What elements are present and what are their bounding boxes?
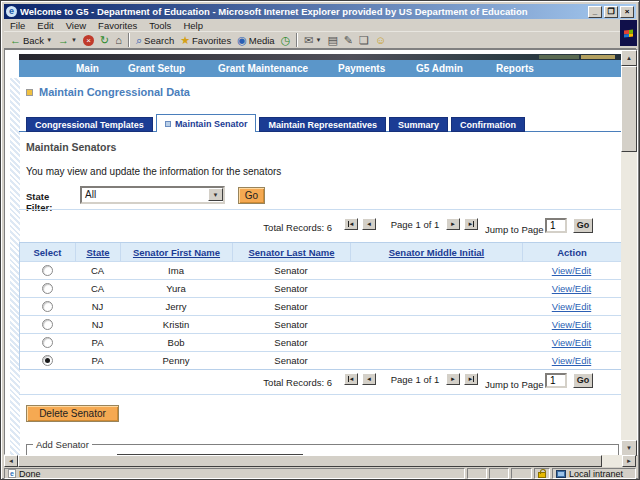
jump-to-page-input[interactable]	[545, 218, 567, 233]
delete-senator-button[interactable]: Delete Senator	[26, 405, 119, 422]
row-radio-button[interactable]	[42, 319, 53, 330]
last-page-button[interactable]: ►	[464, 373, 478, 385]
cell-middle-initial	[350, 280, 522, 297]
status-bar: e Done Local intranet	[4, 467, 636, 479]
vertical-scroll-thumb[interactable]	[621, 66, 637, 152]
state-filter-select[interactable]: All ▼	[80, 186, 225, 204]
forward-button[interactable]: →▼	[55, 33, 80, 48]
tab-maintain-representatives[interactable]: Maintain Representatives	[259, 117, 386, 132]
scroll-down-icon[interactable]: ▼	[621, 440, 637, 456]
row-radio-button[interactable]	[42, 283, 53, 294]
scroll-up-icon[interactable]: ▲	[621, 50, 637, 66]
first-page-button[interactable]: ◄	[344, 218, 358, 230]
row-radio-button[interactable]	[42, 337, 53, 348]
mail-button[interactable]: ✉▼	[301, 33, 324, 48]
nav-grant-setup[interactable]: Grant Setup	[128, 63, 185, 74]
view-edit-link[interactable]: View/Edit	[552, 301, 591, 312]
total-records-label: Total Records: 6	[202, 377, 332, 388]
print-icon: ▤	[327, 34, 337, 47]
cell-middle-initial	[350, 316, 522, 333]
menu-file[interactable]: File	[4, 20, 31, 31]
status-pane-empty	[511, 468, 532, 479]
column-header-state[interactable]: State	[75, 243, 120, 261]
intranet-zone-icon	[556, 470, 566, 478]
view-edit-link[interactable]: View/Edit	[552, 355, 591, 366]
pagination-top: Total Records: 6◄◄Page 1 of 1►►Jump to P…	[5, 215, 623, 237]
restore-button[interactable]: ❐	[604, 6, 618, 18]
browser-window: e Welcome to G5 - Department of Educatio…	[0, 0, 640, 480]
pager-go-button[interactable]: Go	[573, 373, 593, 388]
prev-page-button[interactable]: ◄	[362, 218, 376, 230]
jump-to-page-input[interactable]	[545, 373, 567, 388]
scroll-right-icon[interactable]: ►	[622, 455, 636, 467]
menu-view[interactable]: View	[60, 20, 92, 31]
first-page-button[interactable]: ◄	[344, 373, 358, 385]
edit-button[interactable]: ✎	[341, 33, 356, 48]
stop-icon: ×	[83, 35, 94, 46]
menu-help[interactable]: Help	[177, 20, 209, 31]
history-button[interactable]: ◷	[278, 33, 294, 48]
nav-main[interactable]: Main	[76, 63, 99, 74]
last-page-button[interactable]: ►	[464, 218, 478, 230]
menu-tools[interactable]: Tools	[143, 20, 177, 31]
separator-line	[19, 209, 623, 210]
chevron-down-icon[interactable]: ▼	[71, 37, 77, 43]
chevron-down-icon[interactable]: ▼	[46, 37, 52, 43]
tab-confirmation[interactable]: Confirmation	[451, 117, 525, 132]
tab-label: Maintain Senator	[175, 119, 248, 129]
refresh-button[interactable]: ↻	[97, 33, 112, 48]
messenger-button[interactable]: ☺	[372, 33, 389, 48]
cell-first-name: Penny	[120, 352, 232, 369]
home-button[interactable]: ⌂	[112, 33, 125, 48]
favorites-button[interactable]: ★Favorites	[177, 33, 234, 48]
horizontal-scrollbar[interactable]: ◄ ►	[4, 455, 636, 467]
horizontal-scroll-thumb[interactable]	[18, 455, 602, 467]
discuss-button[interactable]: ❏	[356, 33, 372, 48]
search-button[interactable]: ⌕Search	[133, 33, 177, 48]
next-page-button[interactable]: ►	[446, 373, 460, 385]
tab-congressional-templates[interactable]: Congressional Templates	[26, 117, 153, 132]
column-header-senator-middle-initial[interactable]: Senator Middle Initial	[350, 243, 522, 261]
menu-favorites[interactable]: Favorites	[92, 20, 143, 31]
view-edit-link[interactable]: View/Edit	[552, 283, 591, 294]
prev-page-button[interactable]: ◄	[362, 373, 376, 385]
back-button[interactable]: ←Back▼	[7, 33, 55, 48]
column-header-senator-last-name[interactable]: Senator Last Name	[232, 243, 350, 261]
banner-art	[581, 55, 615, 59]
menu-edit[interactable]: Edit	[31, 20, 59, 31]
column-header-senator-first-name[interactable]: Senator First Name	[120, 243, 232, 261]
media-button[interactable]: ◉Media	[234, 33, 277, 48]
jump-to-page-label: Jump to Page	[485, 379, 544, 390]
tab-maintain-senator[interactable]: Maintain Senator	[156, 114, 257, 132]
scroll-left-icon[interactable]: ◄	[4, 455, 18, 467]
row-radio-button[interactable]	[42, 301, 53, 312]
nav-g5-admin[interactable]: G5 Admin	[416, 63, 463, 74]
column-header-select: Select	[20, 243, 75, 261]
nav-reports[interactable]: Reports	[496, 63, 534, 74]
row-radio-button[interactable]	[42, 265, 53, 276]
status-pane-empty	[467, 468, 487, 479]
stop-button[interactable]: ×	[80, 33, 97, 48]
print-button[interactable]: ▤	[324, 33, 340, 48]
row-radio-button[interactable]	[42, 355, 53, 366]
nav-payments[interactable]: Payments	[338, 63, 385, 74]
back-label: Back	[23, 35, 44, 46]
nav-grant-maintenance[interactable]: Grant Maintenance	[218, 63, 308, 74]
chevron-down-icon[interactable]: ▼	[208, 188, 223, 201]
view-edit-link[interactable]: View/Edit	[552, 319, 591, 330]
view-edit-link[interactable]: View/Edit	[552, 337, 591, 348]
table-row: CAYuraSenatorView/Edit	[20, 279, 622, 297]
vertical-scrollbar[interactable]: ▲ ▼	[621, 50, 637, 456]
status-text: Done	[19, 469, 41, 479]
state-filter-go-button[interactable]: Go	[238, 187, 265, 204]
tab-summary[interactable]: Summary	[389, 117, 448, 132]
pager-go-button[interactable]: Go	[573, 218, 593, 233]
next-page-button[interactable]: ►	[446, 218, 460, 230]
cell-action: View/Edit	[522, 280, 621, 297]
minimize-button[interactable]: _	[588, 6, 602, 18]
cell-middle-initial	[350, 298, 522, 315]
chevron-down-icon[interactable]: ▼	[315, 37, 321, 43]
close-button[interactable]: ×	[620, 6, 634, 18]
view-edit-link[interactable]: View/Edit	[552, 265, 591, 276]
jump-to-page-label: Jump to Page	[485, 224, 544, 235]
